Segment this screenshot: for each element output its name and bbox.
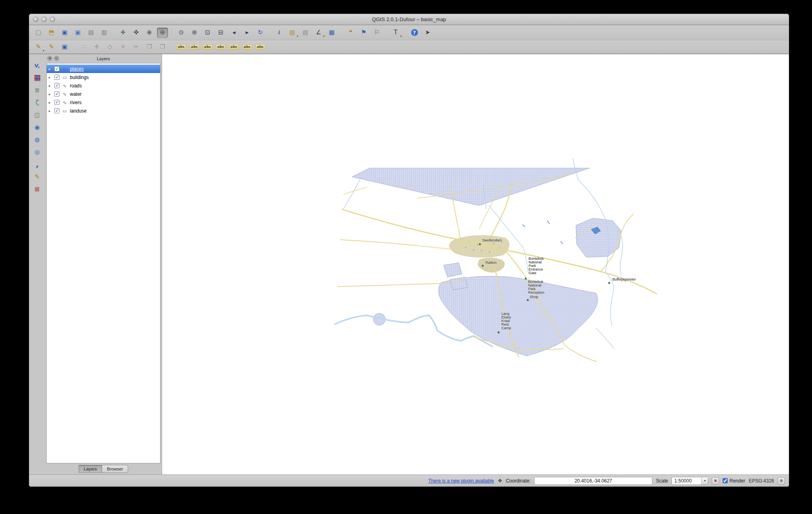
delete-selected-button[interactable]: ✕ bbox=[117, 42, 129, 52]
layer-row-roads[interactable]: ∿ roads bbox=[47, 81, 160, 90]
toolbar-icon: ∴ bbox=[81, 44, 85, 50]
save-layer-edits-button[interactable]: ▣ bbox=[59, 42, 70, 52]
label-highlight-button[interactable]: abc bbox=[202, 42, 213, 52]
add-postgis-layer-button[interactable]: ≣ bbox=[32, 85, 42, 95]
attribute-table-button[interactable]: ▦ bbox=[326, 28, 337, 38]
label-change-button[interactable]: abc bbox=[242, 42, 253, 52]
save-project-as-button[interactable]: ▣ bbox=[72, 28, 83, 38]
toolbar-icon: ▦ bbox=[329, 30, 335, 36]
zoom-to-selection-button[interactable]: ⊡ bbox=[202, 28, 213, 38]
new-shapefile-layer-button[interactable]: ✎ bbox=[32, 172, 42, 182]
tab-layers[interactable]: Layers bbox=[79, 465, 102, 473]
layer-tree: ∷ places ▭ buildings ∿ roa bbox=[46, 63, 160, 463]
map-canvas[interactable]: Swellendam Railton Bontebok National Par… bbox=[162, 54, 789, 474]
layer-row-rivers[interactable]: ∿ rivers bbox=[47, 98, 160, 107]
new-composer-button[interactable]: ▤ bbox=[85, 28, 97, 38]
scale-combobox[interactable]: 1:50000 ▾ bbox=[671, 477, 708, 485]
add-delimited-text-layer-button[interactable]: ‚ bbox=[32, 160, 42, 169]
scale-label: Scale bbox=[656, 478, 668, 484]
add-spatialite-layer-button[interactable]: ζ bbox=[32, 98, 42, 107]
plugin-manager-icon[interactable]: ❖ bbox=[498, 478, 503, 484]
expand-arrow-icon[interactable] bbox=[49, 109, 52, 113]
new-bookmark-button[interactable]: ⚑ bbox=[358, 28, 369, 38]
zoom-last-button[interactable]: ◂ bbox=[228, 28, 240, 38]
toggle-editing-button[interactable]: ✎ bbox=[46, 42, 57, 52]
zoom-to-layer-button[interactable]: ⊟ bbox=[215, 28, 226, 38]
panel-close-icon[interactable]: ⊗ bbox=[47, 56, 52, 61]
label-move-button[interactable]: abc bbox=[215, 42, 226, 52]
zoom-native-button[interactable]: ⊙ bbox=[176, 28, 187, 38]
pan-to-selection-button[interactable]: ✜ bbox=[131, 28, 142, 38]
render-checkbox[interactable] bbox=[723, 478, 728, 483]
coordinate-input[interactable] bbox=[534, 477, 652, 485]
tab-browser[interactable]: Browser bbox=[102, 465, 128, 473]
layer-row-places[interactable]: ∷ places bbox=[47, 65, 160, 73]
new-project-button[interactable]: ▢ bbox=[33, 28, 44, 38]
add-wcs-layer-button[interactable]: ◍ bbox=[32, 135, 42, 144]
labeling-button[interactable]: abc bbox=[176, 42, 187, 52]
label-properties-button[interactable]: abc bbox=[255, 42, 266, 52]
toolbar-separator bbox=[387, 29, 388, 37]
layer-visibility-checkbox[interactable] bbox=[54, 108, 59, 113]
expand-arrow-icon[interactable] bbox=[49, 75, 52, 79]
expand-arrow-icon[interactable] bbox=[49, 84, 52, 88]
stop-rendering-icon[interactable]: ✖ bbox=[712, 477, 719, 484]
layer-visibility-checkbox[interactable] bbox=[54, 91, 59, 97]
text-annotation-button[interactable]: T bbox=[390, 28, 401, 38]
expand-arrow-icon[interactable] bbox=[49, 101, 52, 105]
chevron-down-icon[interactable]: ▾ bbox=[701, 477, 708, 484]
remove-layer-button[interactable]: ⊠ bbox=[32, 184, 42, 194]
zoom-in-button[interactable]: ⊕ bbox=[144, 28, 155, 38]
zoom-full-button[interactable]: ⊛ bbox=[189, 28, 200, 38]
layer-row-landuse[interactable]: ▭ landuse bbox=[47, 107, 160, 115]
identify-button[interactable]: i bbox=[273, 28, 285, 38]
whats-this-button[interactable]: ➤ bbox=[422, 28, 433, 38]
toolbar-icon: ◍ bbox=[34, 137, 40, 143]
select-features-button[interactable]: ▨ bbox=[287, 28, 298, 38]
add-mssql-layer-button[interactable]: ◫ bbox=[32, 110, 42, 120]
toolbar-icon: ⊠ bbox=[35, 186, 40, 192]
expand-arrow-icon[interactable] bbox=[49, 92, 52, 96]
save-project-button[interactable]: ▣ bbox=[59, 28, 70, 38]
copy-features-button[interactable]: ❐ bbox=[144, 42, 155, 52]
move-feature-button[interactable]: ✛ bbox=[91, 42, 102, 52]
map-tips-button[interactable]: ❝ bbox=[345, 28, 356, 38]
zoom-out-button[interactable]: ⊖ bbox=[157, 28, 168, 38]
node-tool-button[interactable]: ◇ bbox=[104, 42, 115, 52]
layer-row-buildings[interactable]: ▭ buildings bbox=[47, 73, 160, 81]
render-toggle[interactable]: Render bbox=[723, 478, 745, 484]
add-vector-layer-button[interactable]: V‚ bbox=[32, 61, 42, 70]
qgis-window: QGIS 2.0.1-Dufour – basic_map ▢ ⬒ ▣ ▣ bbox=[29, 14, 789, 487]
open-project-button[interactable]: ⬒ bbox=[46, 28, 57, 38]
layer-visibility-checkbox[interactable] bbox=[54, 83, 59, 88]
layer-visibility-checkbox[interactable] bbox=[54, 66, 59, 71]
toolbar-icon: ⊖ bbox=[160, 30, 165, 36]
show-bookmarks-button[interactable]: ⚐ bbox=[371, 28, 382, 38]
layer-name: water bbox=[70, 91, 81, 97]
new-plugin-link[interactable]: There is a new plugin available bbox=[428, 478, 494, 484]
add-wfs-layer-button[interactable]: ◎ bbox=[32, 147, 42, 157]
add-raster-layer-button[interactable] bbox=[32, 73, 42, 83]
label-rotate-button[interactable]: abc bbox=[228, 42, 240, 52]
layer-visibility-checkbox[interactable] bbox=[54, 75, 59, 80]
panel-float-icon[interactable]: ⊙ bbox=[54, 56, 59, 61]
layer-visibility-checkbox[interactable] bbox=[54, 100, 59, 105]
help-button[interactable]: ? bbox=[409, 28, 420, 38]
add-feature-button[interactable]: ∴ bbox=[78, 42, 89, 52]
toolbar-icon: ↻ bbox=[258, 30, 263, 36]
crs-status-icon[interactable]: ⊕ bbox=[778, 477, 785, 484]
layer-row-water[interactable]: ∿ water bbox=[47, 90, 160, 98]
label-pin-button[interactable]: abc bbox=[189, 42, 200, 52]
deselect-features-button[interactable]: ▧ bbox=[300, 28, 311, 38]
refresh-map-button[interactable]: ↻ bbox=[255, 28, 266, 38]
current-edits-button[interactable]: ✎ bbox=[33, 42, 44, 52]
cut-features-button[interactable]: ✂ bbox=[131, 42, 142, 52]
composer-manager-button[interactable]: ▥ bbox=[99, 28, 110, 38]
zoom-next-button[interactable]: ▸ bbox=[242, 28, 253, 38]
expand-arrow-icon[interactable] bbox=[49, 67, 52, 71]
pan-map-button[interactable]: ✛ bbox=[117, 28, 129, 38]
toolbar-icon: abc bbox=[229, 44, 239, 49]
add-wms-layer-button[interactable]: ◉ bbox=[32, 123, 42, 132]
paste-features-button[interactable]: ❒ bbox=[157, 42, 168, 52]
measure-button[interactable]: ∠ bbox=[313, 28, 324, 38]
